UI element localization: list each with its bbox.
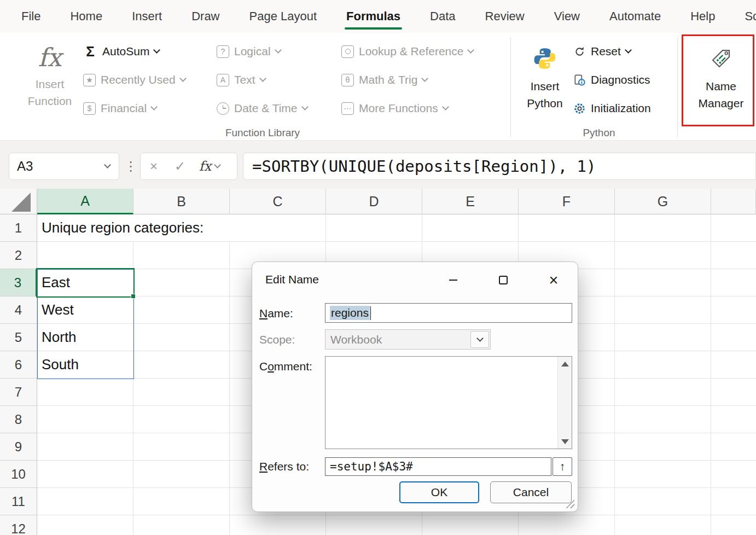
chevron-down-icon <box>468 46 475 54</box>
scroll-up-button[interactable] <box>558 357 572 371</box>
initialization-label: Initialization <box>591 102 651 115</box>
tab-page-layout[interactable]: Page Layout <box>235 0 332 33</box>
chevron-down-icon <box>150 103 158 111</box>
autosum-button[interactable]: Σ AutoSum <box>83 42 159 61</box>
cell-A3[interactable]: East <box>37 269 133 296</box>
tab-script[interactable]: Scri <box>730 0 756 33</box>
kebab-menu-icon[interactable]: ⋮ <box>125 153 137 180</box>
insert-python-label-line2: Python <box>527 95 562 112</box>
lookup-reference-button[interactable]: Lookup & Reference <box>341 42 473 61</box>
minimize-icon <box>449 280 457 281</box>
tab-home[interactable]: Home <box>55 0 117 33</box>
column-header-C[interactable]: C <box>230 189 326 214</box>
formula-bar-buttons: × ✓ fx <box>140 153 237 180</box>
column-header-D[interactable]: D <box>326 189 422 214</box>
maximize-button[interactable] <box>493 270 514 290</box>
tab-file[interactable]: File <box>7 0 55 33</box>
row-header-12[interactable]: 12 <box>0 515 37 535</box>
row-header-8[interactable]: 8 <box>0 406 37 433</box>
row-header-2[interactable]: 2 <box>0 242 37 269</box>
scope-value: Workbook <box>330 333 382 346</box>
tab-help[interactable]: Help <box>676 0 730 33</box>
more-functions-icon: ⋯ <box>341 102 354 115</box>
minimize-button[interactable] <box>443 270 463 290</box>
reset-button[interactable]: Reset <box>573 42 631 61</box>
row-header-6[interactable]: 6 <box>0 351 37 379</box>
formula-input[interactable]: =SORTBY(UNIQUE(deposits[Region]), 1) <box>243 153 756 180</box>
tab-draw[interactable]: Draw <box>177 0 234 33</box>
row-header-4[interactable]: 4 <box>0 296 37 324</box>
text-label: Text <box>234 73 255 86</box>
name-box-value: A3 <box>9 159 33 174</box>
name-box[interactable]: A3 <box>9 153 119 180</box>
date-time-button[interactable]: Date & Time <box>217 98 307 118</box>
row-header-5[interactable]: 5 <box>0 324 37 351</box>
excel-window: File Home Insert Draw Page Layout Formul… <box>0 0 756 535</box>
logical-button[interactable]: ? Logical <box>217 42 281 61</box>
enter-entry-icon[interactable]: ✓ <box>167 159 193 174</box>
recently-used-label: Recently Used <box>101 73 176 86</box>
more-functions-label: More Functions <box>359 102 438 115</box>
comment-scrollbar[interactable] <box>557 357 572 449</box>
column-header-G[interactable]: G <box>615 189 711 214</box>
scroll-down-button[interactable] <box>558 434 572 449</box>
column-header-partial[interactable] <box>711 189 756 214</box>
tab-data[interactable]: Data <box>415 0 470 33</box>
math-trig-icon: θ <box>341 74 354 86</box>
row-header-1[interactable]: 1 <box>0 214 37 242</box>
chevron-down-icon <box>301 103 309 111</box>
cancel-button[interactable]: Cancel <box>490 481 572 503</box>
column-header-E[interactable]: E <box>422 189 519 214</box>
text-button[interactable]: A Text <box>217 70 265 90</box>
insert-python-button[interactable]: Insert Python <box>519 33 571 112</box>
cell-A5[interactable]: North <box>37 324 133 351</box>
autosum-label: AutoSum <box>102 45 149 58</box>
math-trig-button[interactable]: θ Math & Trig <box>341 70 427 90</box>
select-all-triangle-icon <box>11 193 31 212</box>
chevron-down-icon <box>442 103 449 111</box>
insert-function-button[interactable]: fx Insert Function <box>20 33 80 109</box>
name-input-value: regions <box>330 306 370 320</box>
tab-formulas[interactable]: Formulas <box>332 0 415 33</box>
cancel-entry-icon[interactable]: × <box>141 159 167 174</box>
financial-button[interactable]: $ Financial <box>83 98 156 118</box>
row-header-9[interactable]: 9 <box>0 433 37 461</box>
column-header-A[interactable]: A <box>37 189 133 214</box>
name-input[interactable]: regions <box>325 303 572 323</box>
comment-label: Comment: <box>259 360 312 373</box>
financial-icon: $ <box>83 102 96 115</box>
cell-A6[interactable]: South <box>37 351 133 379</box>
cell-A1[interactable]: Unique region categories: <box>37 214 252 242</box>
row-header-7[interactable]: 7 <box>0 379 37 406</box>
tab-view[interactable]: View <box>539 0 595 33</box>
cell-A4[interactable]: West <box>37 296 133 324</box>
insert-function-fx-icon[interactable]: fx <box>193 159 217 174</box>
column-header-B[interactable]: B <box>133 189 230 214</box>
tab-review[interactable]: Review <box>470 0 539 33</box>
text-icon: A <box>217 74 229 86</box>
tab-insert[interactable]: Insert <box>117 0 177 33</box>
row-header-10[interactable]: 10 <box>0 461 37 488</box>
chevron-down-icon <box>179 75 187 82</box>
tab-automate[interactable]: Automate <box>595 0 676 33</box>
row-header-3[interactable]: 3 <box>0 269 37 296</box>
diagnostics-icon <box>573 74 586 86</box>
refers-to-input[interactable]: =setup!$A$3# <box>325 457 551 476</box>
group-separator <box>677 37 678 137</box>
diagnostics-button[interactable]: Diagnostics <box>573 70 650 90</box>
ok-button[interactable]: OK <box>399 481 479 503</box>
column-header-F[interactable]: F <box>519 189 615 214</box>
recently-used-button[interactable]: ★ Recently Used <box>83 70 185 90</box>
row-header-11[interactable]: 11 <box>0 488 37 515</box>
name-manager-highlight-box <box>682 34 754 126</box>
initialization-gear-icon <box>573 102 586 115</box>
collapse-dialog-button[interactable]: ↑ <box>553 457 572 476</box>
dialog-title: Edit Name <box>265 273 319 286</box>
triangle-down-icon <box>561 439 569 444</box>
close-button[interactable]: × <box>543 270 564 290</box>
initialization-button[interactable]: Initialization <box>573 98 651 118</box>
lookup-reference-label: Lookup & Reference <box>359 45 463 58</box>
comment-textarea[interactable] <box>325 356 572 449</box>
select-all-button[interactable] <box>0 189 37 214</box>
more-functions-button[interactable]: ⋯ More Functions <box>341 98 448 118</box>
